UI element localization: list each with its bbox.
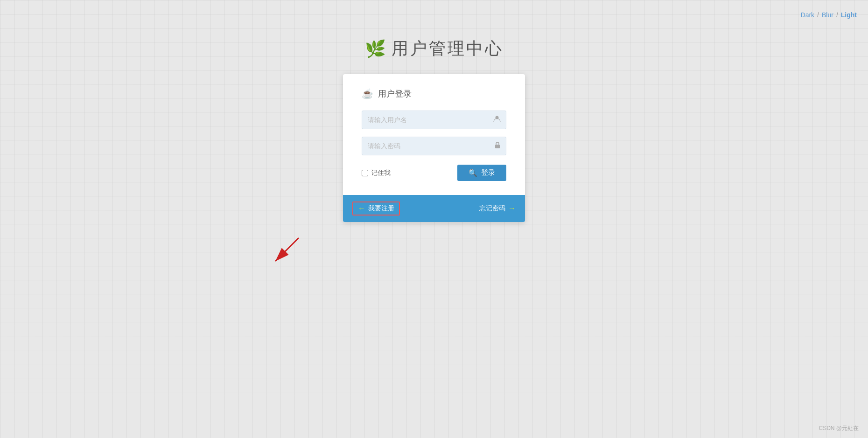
forgot-label: 忘记密码: [479, 204, 505, 213]
annotation-arrow: [261, 229, 317, 275]
watermark: CSDN @元处在: [819, 424, 859, 432]
forgot-password-link[interactable]: 忘记密码 →: [479, 204, 516, 213]
svg-line-3: [275, 238, 299, 261]
user-icon: [493, 115, 501, 125]
theme-sep-2: /: [836, 11, 838, 19]
login-card-body: ☕ 用户登录: [343, 74, 525, 195]
theme-dark-link[interactable]: Dark: [801, 11, 815, 19]
page-title: 用户管理中心: [392, 37, 504, 60]
username-input[interactable]: [362, 111, 506, 129]
register-label: 我要注册: [368, 204, 394, 213]
theme-sep-1: /: [817, 11, 819, 19]
theme-switcher: Dark / Blur / Light: [801, 11, 857, 19]
coffee-icon: ☕: [362, 88, 373, 99]
login-search-icon: 🔍: [469, 169, 477, 177]
page-title-container: 🌿 用户管理中心: [365, 37, 504, 60]
theme-light-link[interactable]: Light: [841, 11, 857, 19]
theme-blur-link[interactable]: Blur: [822, 11, 833, 19]
username-input-group: [362, 111, 506, 129]
remember-me-checkbox[interactable]: [362, 170, 368, 176]
register-arrow-icon: ←: [358, 204, 365, 213]
password-input[interactable]: [362, 137, 506, 155]
login-title: ☕ 用户登录: [362, 88, 506, 99]
login-button-label: 登录: [481, 168, 495, 177]
login-card: ☕ 用户登录: [343, 74, 525, 222]
leaf-icon: 🌿: [365, 39, 386, 59]
register-link[interactable]: ← 我要注册: [352, 202, 400, 216]
remember-me-text: 记住我: [371, 169, 391, 177]
svg-rect-1: [495, 145, 500, 148]
remember-me-label[interactable]: 记住我: [362, 169, 391, 177]
login-card-footer: ← 我要注册 忘记密码 →: [343, 195, 525, 222]
page-center: 🌿 用户管理中心 ☕ 用户登录: [0, 0, 868, 222]
lock-icon: [494, 141, 501, 151]
password-input-group: [362, 137, 506, 155]
login-button[interactable]: 🔍 登录: [457, 165, 506, 181]
forgot-arrow-icon: →: [508, 204, 516, 213]
login-actions-row: 记住我 🔍 登录: [362, 165, 506, 181]
login-title-text: 用户登录: [378, 88, 412, 99]
